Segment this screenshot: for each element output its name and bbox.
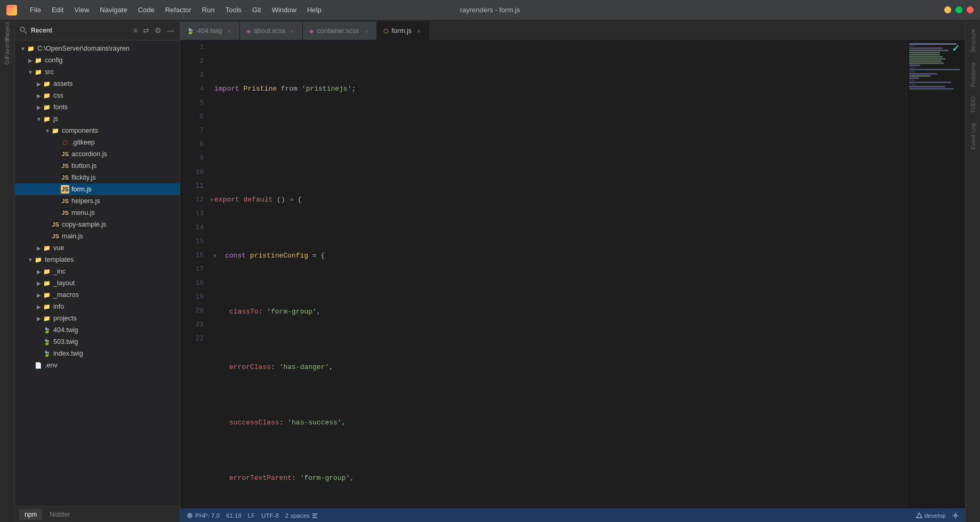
tree-item-main[interactable]: ▶ JS main.js bbox=[15, 230, 180, 242]
tree-item-copy-sample[interactable]: ▶ JS copy-sample.js bbox=[15, 219, 180, 230]
tab-aboutscss[interactable]: ◈ about.scss ✕ bbox=[240, 22, 303, 40]
panel-icon-collapse[interactable]: — bbox=[166, 25, 175, 36]
line-num-22: 22 bbox=[180, 332, 204, 346]
tree-item-src[interactable]: ▼ 📁 src bbox=[15, 66, 180, 78]
editor-area: 1 2 3 4 5 6 7 8 9 10 11 12 13 14 15 16 1 bbox=[180, 41, 965, 522]
tree-item-404twig[interactable]: ▶ 🍃 404.twig bbox=[15, 324, 180, 336]
tree-label-layout: _layout bbox=[53, 279, 75, 287]
tab-containerscss[interactable]: ◈ container.scss ✕ bbox=[303, 22, 376, 40]
menu-refactor[interactable]: Refactor bbox=[161, 4, 196, 16]
mini-line-10 bbox=[909, 62, 944, 64]
tree-label-button: button.js bbox=[71, 162, 97, 170]
tab-close-containerscss[interactable]: ✕ bbox=[363, 27, 370, 35]
tree-item-flickity[interactable]: ▶ JS flickity.js bbox=[15, 172, 180, 183]
right-panel-problems[interactable]: Problems bbox=[968, 58, 978, 91]
svg-rect-4 bbox=[312, 515, 316, 516]
line-num-7: 7 bbox=[180, 124, 204, 138]
right-panel-eventlog[interactable]: Event Log bbox=[968, 119, 978, 154]
status-encoding[interactable]: UTF-8 bbox=[261, 512, 279, 519]
tree-item-vue[interactable]: ▶ 📁 vue bbox=[15, 242, 180, 254]
code-area[interactable]: import Pristine from 'pristinejs'; ▼ exp… bbox=[208, 41, 906, 522]
tree-item-button[interactable]: ▶ JS button.js bbox=[15, 160, 180, 172]
tree-label-fonts: fonts bbox=[53, 103, 68, 111]
tree-item-layout[interactable]: ▶ 📁 _layout bbox=[15, 277, 180, 289]
status-php[interactable]: PHP: 7.0 bbox=[187, 512, 220, 519]
chevron-macros: ▶ bbox=[35, 291, 43, 299]
maximize-button[interactable] bbox=[955, 6, 962, 13]
tree-item-macros[interactable]: ▶ 📁 _macros bbox=[15, 289, 180, 301]
right-panel-structure[interactable]: Structure bbox=[968, 25, 978, 57]
panel-icon-split[interactable]: ⇄ bbox=[142, 25, 150, 36]
token-colon5: : bbox=[259, 305, 267, 319]
tree-label-accordion: accordion.js bbox=[71, 150, 107, 158]
tree-item-components[interactable]: ▼ 📁 components bbox=[15, 125, 180, 136]
panel-icon-list[interactable]: ≡ bbox=[132, 25, 139, 36]
tree-item-indextwig[interactable]: ▶ 🍃 index.twig bbox=[15, 348, 180, 359]
tab-404twig[interactable]: 🍃 404.twig ✕ bbox=[180, 22, 240, 40]
svg-point-11 bbox=[958, 515, 959, 516]
tree-item-gitkeep[interactable]: ▶ ⬡ .gitkeep bbox=[15, 136, 180, 148]
tree-item-503twig[interactable]: ▶ 🍃 503.twig bbox=[15, 336, 180, 348]
line-num-12: 12 bbox=[180, 193, 204, 207]
tree-item-form[interactable]: ▶ JS form.js bbox=[15, 183, 180, 195]
tree-item-js[interactable]: ▼ 📁 js bbox=[15, 113, 180, 125]
tree-item-projects[interactable]: ▶ 📁 projects bbox=[15, 312, 180, 324]
token-export-default: export default bbox=[214, 193, 277, 207]
tab-close-aboutscss[interactable]: ✕ bbox=[288, 27, 296, 35]
status-indent[interactable]: 2 spaces bbox=[285, 512, 318, 519]
menu-window[interactable]: Window bbox=[268, 4, 301, 16]
menu-navigate[interactable]: Navigate bbox=[95, 4, 131, 16]
chevron-vue: ▶ bbox=[35, 244, 43, 252]
status-settings[interactable] bbox=[952, 512, 959, 519]
tree-item-assets[interactable]: ▶ 📁 assets bbox=[15, 78, 180, 90]
tree-root[interactable]: ▼ 📁 C:\OpenServer\domains\rayren bbox=[15, 43, 180, 54]
tree-item-config[interactable]: ▶ 📁 config bbox=[15, 54, 180, 66]
tree-label-info: info bbox=[53, 303, 64, 310]
status-line-ending[interactable]: LF bbox=[248, 512, 255, 519]
fold-arrow-3[interactable]: ▼ bbox=[210, 194, 213, 207]
menu-view[interactable]: View bbox=[70, 4, 93, 16]
mini-line-8 bbox=[909, 58, 945, 60]
tree-item-templates[interactable]: ▼ 📁 templates bbox=[15, 254, 180, 266]
menu-run[interactable]: Run bbox=[198, 4, 219, 16]
svg-rect-3 bbox=[312, 513, 318, 515]
menu-tools[interactable]: Tools bbox=[221, 4, 246, 16]
tree-item-menu[interactable]: ▶ JS menu.js bbox=[15, 207, 180, 219]
folder-icon-fonts: 📁 bbox=[43, 103, 51, 111]
tree-label-css: css bbox=[53, 92, 63, 99]
bottom-tab-niddler[interactable]: Niddler bbox=[44, 509, 75, 520]
close-button[interactable] bbox=[967, 6, 974, 13]
activity-favorites[interactable]: Favorites bbox=[1, 39, 14, 52]
menu-code[interactable]: Code bbox=[134, 4, 159, 16]
bottom-tab-npm[interactable]: npm bbox=[19, 509, 42, 520]
menu-file[interactable]: File bbox=[26, 4, 45, 16]
tree-item-inc[interactable]: ▶ 📁 _inc bbox=[15, 266, 180, 277]
tree-item-accordion[interactable]: ▶ JS accordion.js bbox=[15, 148, 180, 160]
tab-close-formjs[interactable]: ✕ bbox=[415, 27, 422, 35]
chevron-templates: ▼ bbox=[27, 256, 34, 263]
minimize-button[interactable] bbox=[944, 6, 951, 13]
tab-close-404twig[interactable]: ✕ bbox=[226, 27, 233, 35]
line-num-18: 18 bbox=[180, 276, 204, 290]
tab-formjs[interactable]: ⬡ form.js ✕ bbox=[377, 21, 430, 40]
token-has-danger: 'has-danger' bbox=[279, 360, 330, 374]
tree-item-env[interactable]: ▶ 📄 .env bbox=[15, 359, 180, 371]
token-brace3: { bbox=[293, 193, 302, 207]
file-icon-gitkeep: ⬡ bbox=[61, 138, 69, 147]
token-paren3: () bbox=[277, 193, 289, 207]
tree-item-css[interactable]: ▶ 📁 css bbox=[15, 90, 180, 101]
menu-git[interactable]: Git bbox=[248, 4, 266, 16]
menu-help[interactable]: Help bbox=[303, 4, 326, 16]
status-deploy[interactable]: develop bbox=[916, 512, 946, 519]
status-position[interactable]: 61:18 bbox=[226, 512, 242, 519]
title-bar: File Edit View Navigate Code Refactor Ru… bbox=[0, 0, 980, 20]
fold-arrow-4[interactable]: ▼ bbox=[213, 250, 216, 263]
menu-edit[interactable]: Edit bbox=[47, 4, 68, 16]
panel-icon-settings[interactable]: ⚙ bbox=[154, 25, 163, 36]
panel-header-title: Recent bbox=[31, 27, 129, 34]
file-tree[interactable]: ▼ 📁 C:\OpenServer\domains\rayren ▶ 📁 con… bbox=[15, 41, 180, 506]
tree-item-fonts[interactable]: ▶ 📁 fonts bbox=[15, 101, 180, 113]
tree-item-info[interactable]: ▶ 📁 info bbox=[15, 301, 180, 312]
tree-item-helpers[interactable]: ▶ JS helpers.js bbox=[15, 195, 180, 207]
right-panel-todo[interactable]: TODO bbox=[968, 92, 978, 118]
